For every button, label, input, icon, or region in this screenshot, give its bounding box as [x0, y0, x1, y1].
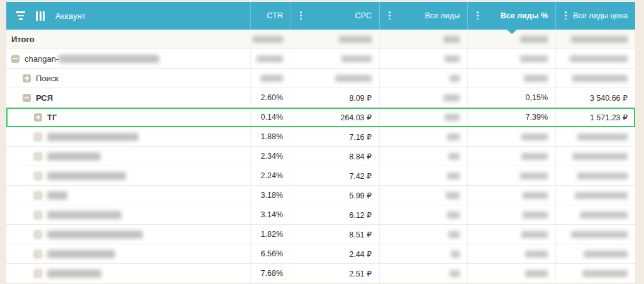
table-row[interactable]: РСЯ2.60%8.09 ₽0,15%3 540.66 ₽: [6, 88, 635, 108]
kebab-icon[interactable]: [389, 11, 391, 20]
redacted-value-cell: [467, 244, 555, 263]
value-cell: 8.09 ₽: [291, 88, 379, 107]
redacted-row-label: [47, 230, 143, 239]
column-header-account[interactable]: Аккаунт: [6, 2, 250, 30]
row-label: changan-: [25, 54, 58, 64]
redacted-row-label: [47, 133, 138, 141]
redacted-value: [443, 36, 460, 43]
redacted-value: [524, 75, 548, 82]
value-cell: 8.51 ₽: [291, 225, 379, 244]
cell-value: 0.14%: [261, 113, 283, 122]
redacted-row-label: [47, 211, 121, 219]
expander-plus-icon[interactable]: [34, 152, 42, 161]
redacted-value-cell: [379, 30, 467, 48]
table-row[interactable]: 2.34%8.84 ₽: [6, 147, 635, 166]
redacted-value: [445, 114, 460, 121]
cell-value: 2.44 ₽: [349, 249, 372, 259]
table-row[interactable]: Итого: [6, 30, 635, 49]
columns-icon[interactable]: [36, 11, 45, 21]
redacted-value-cell: [379, 69, 467, 88]
column-header-ctr[interactable]: CTR: [250, 2, 291, 30]
value-cell: 3.14%: [250, 205, 291, 224]
expander-plus-icon[interactable]: [34, 172, 42, 180]
table-row-selected[interactable]: ТГ0.14%264.03 ₽7.39%1 571.23 ₽: [6, 108, 635, 127]
redacted-value: [335, 75, 372, 82]
redacted-value-cell: [250, 30, 291, 48]
table-row[interactable]: 6.56%2.44 ₽: [6, 244, 635, 264]
column-header-cpc[interactable]: CPC: [291, 2, 379, 30]
redacted-value: [572, 153, 628, 160]
value-cell: 0.14%: [250, 108, 291, 127]
redacted-value-cell: [555, 225, 635, 244]
expander-plus-icon[interactable]: [34, 270, 42, 278]
account-tree-cell: [6, 225, 250, 244]
redacted-row-label: [58, 55, 159, 63]
redacted-value: [521, 231, 548, 238]
value-cell: 1.82%: [250, 225, 291, 244]
kebab-icon[interactable]: [477, 11, 479, 20]
redacted-value: [339, 36, 372, 43]
table-row[interactable]: Поиск: [6, 69, 635, 88]
redacted-value: [523, 192, 548, 199]
column-header-leads-pct[interactable]: Все лиды %: [467, 2, 555, 30]
table-row[interactable]: 3.14%6.12 ₽: [6, 205, 635, 225]
account-tree-cell: Итого: [6, 30, 250, 48]
redacted-value-cell: [555, 49, 635, 68]
value-cell: 3.18%: [250, 186, 291, 205]
expander-plus-icon[interactable]: [34, 191, 42, 200]
expander-plus-icon[interactable]: [34, 133, 42, 141]
redacted-value-cell: [250, 69, 291, 88]
expander-plus-icon[interactable]: [34, 113, 42, 122]
expander-plus-icon[interactable]: [23, 74, 31, 82]
row-label: ТГ: [47, 113, 57, 122]
redacted-value: [520, 36, 548, 43]
cell-value: 2.24%: [261, 171, 283, 180]
redacted-value: [572, 75, 628, 82]
filter-icon[interactable]: [16, 11, 25, 20]
table-row[interactable]: 2.24%7.42 ₽: [6, 166, 635, 186]
expander-plus-icon[interactable]: [34, 230, 42, 239]
redacted-value-cell: [379, 186, 467, 205]
table-header: Аккаунт CTR CPC Все лиды Все лиды % Все …: [6, 2, 635, 30]
expander-plus-icon[interactable]: [34, 250, 42, 258]
table-row[interactable]: 3.18%5.99 ₽: [6, 186, 635, 205]
table-row[interactable]: 1.82%8.51 ₽: [6, 225, 635, 244]
cell-value: 1.88%: [261, 132, 283, 141]
redacted-value: [443, 94, 460, 101]
redacted-value-cell: [379, 88, 467, 107]
value-cell: 5.99 ₽: [291, 186, 379, 205]
expander-minus-icon[interactable]: [23, 94, 31, 102]
column-header-leads[interactable]: Все лиды: [379, 2, 467, 30]
redacted-value-cell: [555, 205, 635, 224]
redacted-value: [446, 192, 460, 199]
cell-value: 1 571.23 ₽: [590, 113, 628, 122]
table-row[interactable]: changan-: [6, 49, 635, 69]
redacted-value: [520, 173, 548, 179]
redacted-value: [450, 75, 460, 82]
redacted-value-cell: [467, 69, 555, 88]
redacted-value-cell: [467, 186, 555, 205]
redacted-value-cell: [555, 264, 635, 283]
value-cell: 3 540.66 ₽: [555, 88, 635, 107]
redacted-value-cell: [379, 108, 467, 127]
redacted-value: [451, 251, 460, 258]
page-background: Аккаунт CTR CPC Все лиды Все лиды % Все …: [0, 0, 644, 284]
value-cell: 7.68%: [250, 264, 291, 283]
table-row[interactable]: 1.88%7.16 ₽: [6, 127, 635, 147]
value-cell: 2.34%: [250, 147, 291, 166]
redacted-value-cell: [379, 166, 467, 185]
account-tree-cell: Поиск: [6, 69, 250, 88]
expander-plus-icon[interactable]: [34, 211, 42, 219]
kebab-icon[interactable]: [300, 11, 302, 20]
expander-minus-icon[interactable]: [11, 55, 19, 63]
column-header-leads-cost[interactable]: Все лиды цена: [555, 2, 635, 30]
cell-value: 2.51 ₽: [349, 269, 372, 278]
redacted-value-cell: [379, 49, 467, 68]
value-cell: 2.44 ₽: [291, 244, 379, 263]
kebab-icon[interactable]: [565, 11, 567, 20]
redacted-value: [571, 231, 628, 238]
cell-value: 3.18%: [261, 191, 283, 200]
table-row[interactable]: 7.68%2.51 ₽: [6, 264, 635, 283]
value-cell: 2.60%: [250, 88, 291, 107]
cell-value: 8.84 ₽: [349, 152, 372, 161]
